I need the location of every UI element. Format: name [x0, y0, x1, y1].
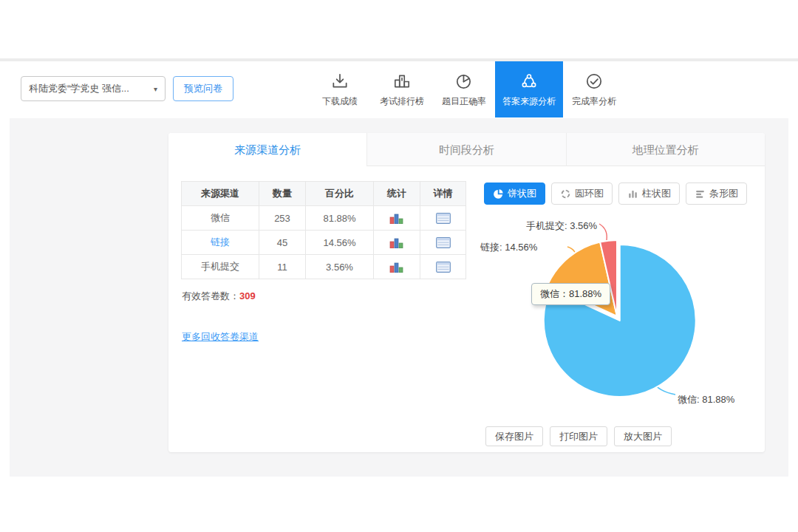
- leader-line-phone: [599, 224, 607, 240]
- detail-table-icon[interactable]: [436, 237, 451, 248]
- survey-analytics-screen: 科陆党委“学党史 强信... ▾ 预览问卷 下载成绩 考试排行榜: [0, 0, 798, 532]
- count-cell: 45: [259, 231, 306, 255]
- header-bar: 科陆党委“学党史 强信... ▾ 预览问卷 下载成绩 考试排行榜: [0, 61, 798, 117]
- table-row: 手机提交 11 3.56%: [182, 255, 466, 279]
- chevron-down-icon: ▾: [154, 85, 157, 93]
- percent-cell: 3.56%: [306, 255, 374, 279]
- survey-dropdown-value: 科陆党委“学党史 强信...: [29, 82, 149, 95]
- count-cell: 253: [259, 206, 306, 231]
- analysis-tabs: 来源渠道分析 时间段分析 地理位置分析: [168, 133, 765, 166]
- valid-answers-summary: 有效答卷数：309: [182, 290, 256, 303]
- col-header-detail: 详情: [420, 182, 466, 206]
- detail-table-icon[interactable]: [436, 262, 451, 273]
- col-header-channel: 来源渠道: [182, 182, 259, 206]
- nav-item-completion-rate[interactable]: 完成率分析: [563, 61, 625, 117]
- pie-tooltip: 微信：81.88%: [531, 283, 610, 305]
- image-action-buttons: 保存图片 打印图片 放大图片: [485, 426, 672, 446]
- nav-item-exam-ranking[interactable]: 考试排行榜: [371, 61, 433, 117]
- table-row: 链接 45 14.56%: [182, 231, 466, 255]
- ranking-icon: [392, 72, 412, 91]
- tab-source-channel[interactable]: 来源渠道分析: [168, 133, 366, 166]
- print-image-button[interactable]: 打印图片: [550, 426, 607, 446]
- nav-label: 下载成绩: [322, 95, 358, 108]
- more-channels-link[interactable]: 更多回收答卷渠道: [182, 330, 259, 344]
- bar-stats-icon[interactable]: [389, 261, 404, 273]
- col-header-count: 数量: [259, 182, 306, 206]
- nav-item-question-accuracy[interactable]: 题目正确率: [433, 61, 495, 117]
- enlarge-image-button[interactable]: 放大图片: [614, 426, 672, 446]
- pie-icon: [454, 72, 474, 91]
- pie-label-phone: 手机提交: 3.56%: [526, 219, 597, 233]
- nav-item-answer-source-analysis[interactable]: 答案来源分析: [495, 61, 563, 117]
- download-icon: [330, 72, 349, 91]
- pie-label-wechat: 微信: 81.88%: [678, 393, 734, 406]
- channel-cell: 微信: [182, 206, 259, 231]
- pie-label-link: 链接: 14.56%: [480, 241, 537, 254]
- analysis-nav: 下载成绩 考试排行榜 题目正确率 答案来源分析: [309, 61, 625, 117]
- valid-answers-count: 309: [239, 290, 256, 301]
- tab-geo-location[interactable]: 地理位置分析: [566, 133, 765, 166]
- channel-cell: 手机提交: [182, 255, 259, 279]
- percent-cell: 14.56%: [306, 231, 374, 255]
- detail-table-icon[interactable]: [436, 213, 451, 224]
- check-circle-icon: [584, 72, 604, 91]
- percent-cell: 81.88%: [306, 206, 374, 231]
- bar-stats-icon[interactable]: [389, 236, 404, 248]
- bar-stats-icon[interactable]: [389, 212, 404, 224]
- table-header-row: 来源渠道 数量 百分比 统计 详情: [182, 182, 466, 206]
- share-icon: [519, 72, 539, 91]
- nav-label: 考试排行榜: [380, 95, 424, 108]
- save-image-button[interactable]: 保存图片: [485, 426, 543, 446]
- nav-label: 答案来源分析: [502, 95, 556, 108]
- nav-label: 完成率分析: [572, 95, 616, 108]
- channel-link[interactable]: 链接: [211, 236, 230, 248]
- count-cell: 11: [259, 255, 306, 279]
- source-channel-table: 来源渠道 数量 百分比 统计 详情 微信 253 81.88% 链接 45 14…: [181, 181, 466, 279]
- table-row: 微信 253 81.88%: [182, 206, 466, 231]
- valid-answers-label: 有效答卷数：: [182, 290, 239, 301]
- col-header-stats: 统计: [374, 182, 420, 206]
- col-header-percent: 百分比: [306, 182, 374, 206]
- tab-time-period[interactable]: 时间段分析: [366, 133, 565, 166]
- nav-label: 题目正确率: [442, 95, 486, 108]
- preview-survey-button[interactable]: 预览问卷: [173, 76, 233, 101]
- survey-dropdown[interactable]: 科陆党委“学党史 强信... ▾: [21, 76, 166, 101]
- nav-item-download-scores[interactable]: 下载成绩: [309, 61, 371, 117]
